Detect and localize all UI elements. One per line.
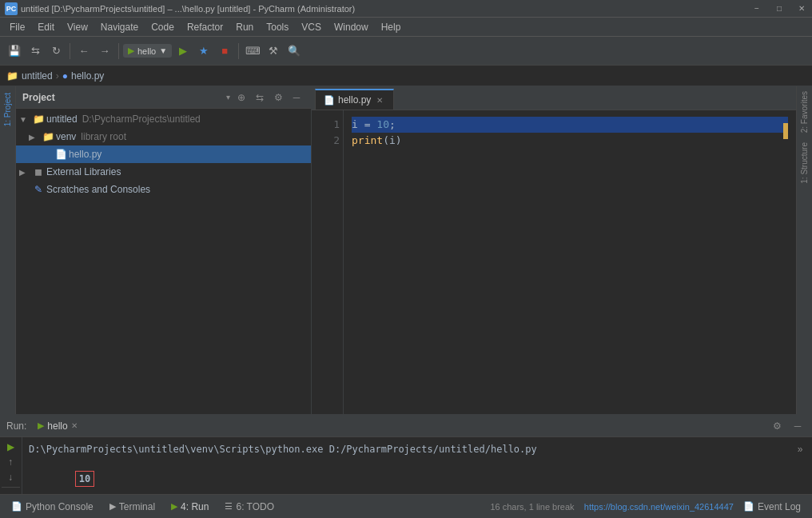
top-layout: 1: Project Project ▾ ⊕ ⇆ ⚙ ─ ▼ 📁 untitle… (0, 86, 812, 414)
favorites-sidebar: 2: Favorites 1: Structure (796, 86, 812, 414)
minimize-button[interactable]: − (746, 0, 767, 18)
scroll-down-button[interactable]: ↓ (2, 470, 19, 484)
tab-bar: 📄 hello.py ✕ (312, 86, 796, 110)
menu-help[interactable]: Help (375, 20, 408, 34)
menu-file[interactable]: File (3, 20, 31, 34)
event-log-label: Event Log (758, 501, 801, 512)
menu-bar: File Edit View Navigate Code Refactor Ru… (0, 18, 812, 37)
more-options-button[interactable]: » (791, 440, 809, 458)
run-toolbar-sep (2, 487, 20, 488)
sync-button[interactable]: ⇆ (26, 42, 45, 61)
favorites-label[interactable]: 2: Favorites (798, 86, 810, 137)
settings-button[interactable]: ⚒ (264, 42, 283, 61)
tree-item-external-libs[interactable]: ▶ ◼ External Libraries (16, 163, 311, 181)
menu-tools[interactable]: Tools (260, 20, 295, 34)
right-stripe (783, 123, 788, 139)
run-config-selector[interactable]: ▶ hello ▼ (123, 44, 172, 58)
menu-window[interactable]: Window (328, 20, 375, 34)
structure-label[interactable]: 1: Structure (798, 137, 810, 189)
menu-navigate[interactable]: Navigate (94, 20, 145, 34)
run-label: Run: (6, 420, 26, 432)
project-title: Project (22, 92, 223, 103)
run-settings-button[interactable]: ⚙ (769, 418, 785, 434)
code-lines[interactable]: i = 10 ; print ( i ) (344, 110, 796, 414)
run-tab-bottom[interactable]: ▶ 4: Run (165, 499, 215, 515)
new-element-button[interactable]: ⊕ (233, 90, 249, 106)
run-minimize-button[interactable]: ─ (790, 418, 806, 434)
code-content: 1 2 i = 10 ; print ( (312, 110, 796, 414)
output-highlight-10: 10 (75, 471, 94, 487)
menu-view[interactable]: View (61, 20, 94, 34)
code-editor[interactable]: 1 2 i = 10 ; print ( (312, 110, 796, 414)
breadcrumb-folder-icon: 📁 (6, 70, 18, 82)
todo-tab[interactable]: ☰ 6: TODO (218, 499, 281, 515)
forward-button[interactable]: → (95, 42, 114, 61)
tree-item-venv[interactable]: ▶ 📁 venv library root (16, 128, 311, 145)
code-token-semi: ; (389, 117, 396, 133)
close-button[interactable]: ✕ (791, 0, 812, 18)
breadcrumb-project[interactable]: untitled (22, 70, 53, 82)
menu-vcs[interactable]: VCS (295, 20, 328, 34)
tab-close-button[interactable]: ✕ (374, 94, 385, 106)
maximize-button[interactable]: □ (769, 0, 790, 18)
toolbar-separator-2 (118, 43, 119, 59)
refresh-button[interactable]: ↻ (46, 42, 66, 61)
scroll-up-button[interactable]: ↑ (2, 456, 19, 469)
menu-edit[interactable]: Edit (31, 20, 61, 34)
back-button[interactable]: ← (74, 42, 94, 61)
tab-hello-py-label: hello.py (338, 94, 371, 106)
save-button[interactable]: 💾 (5, 42, 24, 61)
project-settings-button[interactable]: ⚙ (270, 90, 286, 106)
app-icon: PC (5, 2, 18, 15)
terminal-label: Terminal (119, 501, 155, 512)
code-token-print: print (352, 133, 383, 149)
breadcrumb: 📁 untitled › ● hello.py (0, 66, 812, 86)
tree-item-untitled[interactable]: ▼ 📁 untitled D:\PycharmProjects\untitled (16, 110, 311, 128)
python-console-tab[interactable]: 📄 Python Console (5, 499, 100, 515)
code-line-1[interactable]: i = 10 ; (352, 117, 788, 133)
toolbar-separator-3 (238, 43, 239, 59)
debug-button[interactable]: ★ (194, 42, 213, 61)
tree-item-hello-py[interactable]: 📄 hello.py (16, 145, 311, 163)
rerun-button[interactable]: ▶ (2, 440, 19, 454)
tree-item-scratches[interactable]: ✎ Scratches and Consoles (16, 181, 311, 198)
menu-refactor[interactable]: Refactor (181, 20, 229, 34)
code-line-2[interactable]: print ( i ) (352, 133, 788, 149)
window-controls: − □ ✕ (746, 0, 812, 17)
stop-button[interactable]: ■ (215, 42, 234, 61)
todo-label: 6: TODO (236, 501, 274, 512)
code-token-10: 10 (376, 117, 389, 133)
search-button[interactable]: 🔍 (285, 42, 304, 61)
project-header: Project ▾ ⊕ ⇆ ⚙ ─ (16, 86, 311, 109)
run-tab-label: hello (47, 420, 67, 432)
project-panel: Project ▾ ⊕ ⇆ ⚙ ─ ▼ 📁 untitled D:\Pychar… (16, 86, 312, 414)
code-token-close-paren: ) (396, 133, 402, 149)
collapse-button[interactable]: ⇆ (252, 90, 268, 106)
close-panel-button[interactable]: ─ (289, 90, 304, 106)
line-numbers: 1 2 (312, 110, 344, 414)
menu-code[interactable]: Code (145, 20, 181, 34)
project-side-label[interactable]: 1: Project (2, 86, 14, 133)
toolbar: 💾 ⇆ ↻ ← → ▶ hello ▼ ▶ ★ ■ ⌨ ⚒ 🔍 (0, 37, 812, 66)
line-num-1: 1 (315, 117, 340, 133)
code-token-i: i (352, 117, 364, 133)
build-button[interactable]: ⌨ (243, 42, 262, 61)
run-tab-hello[interactable]: ▶ hello ✕ (31, 415, 83, 436)
terminal-tab[interactable]: ▶ Terminal (103, 499, 161, 515)
tab-hello-py[interactable]: 📄 hello.py ✕ (315, 89, 394, 110)
run-tab-bottom-label: 4: Run (181, 501, 209, 512)
code-token-open-paren: ( (383, 133, 389, 149)
run-tab-close[interactable]: ✕ (71, 421, 78, 430)
file-tree: ▼ 📁 untitled D:\PycharmProjects\untitled… (16, 109, 311, 414)
run-button[interactable]: ▶ (173, 42, 193, 61)
breadcrumb-file[interactable]: hello.py (71, 70, 104, 82)
menu-run[interactable]: Run (229, 20, 260, 34)
run-command-line: D:\PycharmProjects\untitled\venv\Scripts… (29, 442, 782, 456)
event-log-tab[interactable]: 📄 Event Log (737, 499, 807, 515)
run-config-name: hello (137, 46, 156, 56)
left-side-panel: 1: Project (0, 86, 16, 414)
status-bar: 16 chars, 1 line break https://blog.csdn… (284, 502, 734, 512)
run-config-dropdown[interactable]: ▼ (159, 46, 167, 55)
window-title: untitled [D:\PycharmProjects\untitled] –… (21, 4, 807, 14)
code-token-i2: i (389, 133, 396, 149)
